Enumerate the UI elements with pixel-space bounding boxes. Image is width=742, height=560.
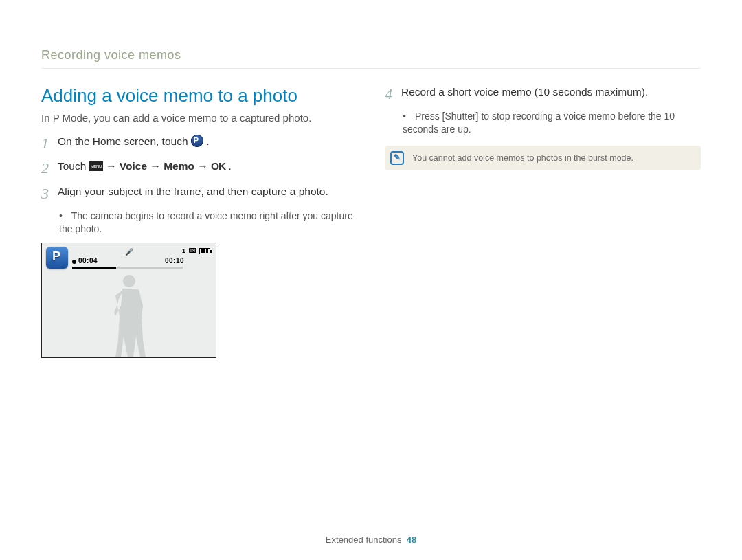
ok-icon: OK: [211, 160, 225, 172]
shot-count: 1: [182, 247, 186, 254]
section-heading: Adding a voice memo to a photo: [41, 85, 357, 107]
step-number: 2: [41, 159, 58, 177]
right-column: 4 Record a short voice memo (10 seconds …: [385, 85, 701, 358]
note-box: ✎ You cannot add voice memos to photos i…: [385, 146, 701, 170]
note-icon: ✎: [390, 151, 404, 165]
record-dot-icon: [72, 260, 76, 264]
step-body: Touch → Voice → Memo → OK .: [58, 159, 232, 177]
menu-icon: [89, 161, 103, 171]
intro-text: In P Mode, you can add a voice memo to a…: [41, 112, 357, 124]
storage-in-badge: IN: [189, 248, 196, 253]
progress-fill: [72, 267, 116, 269]
total-time: 00:10: [165, 257, 184, 265]
page-footer: Extended functions 48: [0, 535, 742, 545]
note-text: You cannot add voice memos to photos in …: [412, 153, 633, 163]
arrow-sep: →: [150, 160, 164, 172]
memo-label: Memo: [164, 160, 194, 172]
p-badge-icon: [46, 247, 68, 269]
left-column: Adding a voice memo to a photo In P Mode…: [41, 85, 357, 358]
voice-label: Voice: [120, 160, 147, 172]
bullet-text-pre: Press [: [415, 111, 445, 122]
bullet-dot: •: [403, 110, 412, 123]
two-column-layout: Adding a voice memo to a photo In P Mode…: [41, 85, 701, 358]
step-4-bullet: • Press [Shutter] to stop recording a vo…: [403, 110, 701, 136]
step-3: 3 Align your subject in the frame, and t…: [41, 185, 357, 203]
step-number: 1: [41, 135, 58, 153]
shutter-label: Shutter: [445, 111, 475, 122]
step-2: 2 Touch → Voice → Memo → OK .: [41, 159, 357, 177]
bullet-text: The camera begins to record a voice memo…: [59, 210, 353, 234]
camera-topbar: 00:04 🎤 1 IN 00:10: [45, 246, 213, 271]
record-progress: [72, 267, 183, 269]
step-number: 4: [385, 85, 401, 103]
elapsed-time: 00:04: [78, 257, 98, 265]
subject-silhouette: [102, 271, 157, 357]
step-1-text-pre: On the Home screen, touch: [58, 135, 191, 147]
battery-icon: [199, 248, 210, 254]
p-mode-icon: [191, 135, 203, 147]
camera-screen-preview: 00:04 🎤 1 IN 00:10: [41, 243, 216, 358]
step-number: 3: [41, 185, 58, 203]
footer-section: Extended functions: [326, 535, 402, 545]
mic-icon: 🎤: [125, 248, 133, 256]
step-4: 4 Record a short voice memo (10 seconds …: [385, 85, 701, 103]
step-body: Align your subject in the frame, and the…: [58, 185, 328, 203]
arrow-sep: →: [106, 160, 120, 172]
arrow-sep: →: [197, 160, 211, 172]
step-body: On the Home screen, touch .: [58, 135, 209, 153]
breadcrumb: Recording voice memos: [41, 48, 701, 69]
step-2-pre: Touch: [58, 160, 89, 172]
step-3-bullet: • The camera begins to record a voice me…: [59, 210, 357, 236]
bullet-dot: •: [59, 210, 69, 223]
step-1-text-post: .: [206, 135, 209, 147]
step-2-post: .: [229, 160, 232, 172]
footer-page-number: 48: [407, 535, 416, 545]
manual-page: Recording voice memos Adding a voice mem…: [0, 0, 742, 560]
step-1: 1 On the Home screen, touch .: [41, 135, 357, 153]
step-body: Record a short voice memo (10 seconds ma…: [401, 85, 648, 103]
